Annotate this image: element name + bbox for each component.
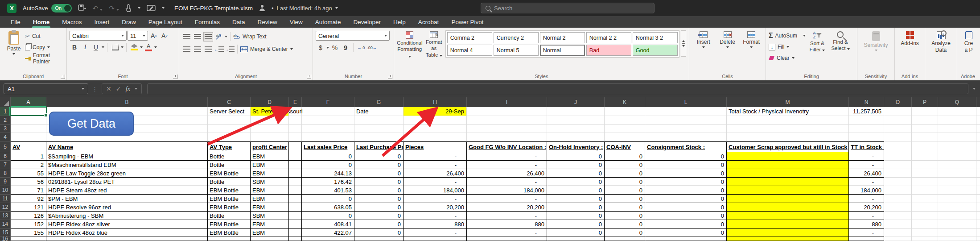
insert-dropdown-icon[interactable]: [702, 46, 705, 48]
decrease-decimal-button[interactable]: .00→: [367, 43, 377, 52]
cell-L11[interactable]: 0: [645, 195, 727, 203]
cell-N3[interactable]: [849, 125, 884, 133]
cell-P5[interactable]: [912, 141, 938, 152]
cell-E4[interactable]: [289, 133, 302, 141]
cell-G14[interactable]: 0: [354, 220, 404, 229]
cell-A10[interactable]: 71: [11, 186, 46, 195]
cell-P2[interactable]: [912, 116, 938, 125]
cut-button[interactable]: ✂ Cut: [25, 31, 64, 41]
cell-P16[interactable]: [912, 237, 938, 241]
cell-G15[interactable]: 0: [354, 229, 404, 237]
cell-B6[interactable]: $Sampling - EBM: [46, 152, 208, 161]
cell-O11[interactable]: [884, 195, 912, 203]
cell-G13[interactable]: 0: [354, 212, 404, 220]
cell-A2[interactable]: [11, 116, 46, 125]
cell-Q9[interactable]: [938, 178, 976, 186]
cell-A3[interactable]: [11, 125, 46, 133]
cell-O2[interactable]: [884, 116, 912, 125]
cell-B14[interactable]: HDPE Ridex 48oz silver: [46, 220, 208, 229]
cell-C15[interactable]: EBM Bottle: [208, 229, 251, 237]
col-header-F[interactable]: F: [302, 97, 354, 107]
cell-A14[interactable]: 152: [11, 220, 46, 229]
cell-x9[interactable]: [976, 178, 980, 186]
cell-I16[interactable]: [467, 237, 547, 241]
fill-button[interactable]: ↓ Fill: [769, 42, 806, 52]
cell-L15[interactable]: 0: [645, 229, 727, 237]
cell-M6[interactable]: [727, 152, 849, 161]
cell-F9[interactable]: 176.42: [302, 178, 354, 186]
cell-G5[interactable]: Last Purchase Price: [354, 141, 404, 152]
cell-J4[interactable]: [547, 133, 605, 141]
cell-K10[interactable]: 0: [605, 186, 645, 195]
increase-decimal-button[interactable]: ←.0: [356, 43, 366, 52]
cell-Q10[interactable]: [938, 186, 976, 195]
align-bottom-button[interactable]: [203, 32, 213, 42]
cell-A6[interactable]: 1: [11, 152, 46, 161]
tab-automate[interactable]: Automate: [309, 16, 347, 28]
style-chip-normal-3-2[interactable]: Normal 3 2: [633, 32, 678, 43]
cell-H3[interactable]: [404, 125, 467, 133]
cell-C3[interactable]: [208, 125, 251, 133]
cell-M2[interactable]: [727, 116, 849, 125]
cell-C16[interactable]: [208, 237, 251, 241]
font-name-select[interactable]: Calibri: [70, 31, 127, 41]
tab-help[interactable]: Help: [387, 16, 412, 28]
cell-C12[interactable]: EBM Bottle: [208, 203, 251, 212]
cell-N16[interactable]: [849, 237, 884, 241]
gallery-up-icon[interactable]: [682, 40, 685, 42]
alignment-dialog-launcher-icon[interactable]: [307, 75, 311, 79]
col-header-L[interactable]: L: [645, 97, 727, 107]
cell-C8[interactable]: EBM Bottle: [208, 169, 251, 178]
cell-K11[interactable]: 0: [605, 195, 645, 203]
cell-D3[interactable]: [251, 125, 289, 133]
clear-button[interactable]: Clear: [769, 53, 806, 63]
cell-I8[interactable]: 26,400: [467, 169, 547, 178]
cell-M8[interactable]: [727, 169, 849, 178]
cell-H11[interactable]: -: [404, 195, 467, 203]
bold-button[interactable]: B: [70, 42, 79, 52]
col-header-M[interactable]: M: [727, 97, 849, 107]
cell-I4[interactable]: [467, 133, 547, 141]
wrap-text-button[interactable]: ab Wrap Text: [233, 32, 267, 42]
cell-L6[interactable]: 0: [645, 152, 727, 161]
cell-P11[interactable]: [912, 195, 938, 203]
cell-I12[interactable]: 20,200: [467, 203, 547, 212]
cell-K5[interactable]: COA-INV: [605, 141, 645, 152]
align-middle-button[interactable]: [193, 32, 202, 42]
cell-N4[interactable]: [849, 133, 884, 141]
cell-K15[interactable]: 0: [605, 229, 645, 237]
cell-C2[interactable]: [208, 116, 251, 125]
cell-E7[interactable]: [289, 161, 302, 169]
cell-O3[interactable]: [884, 125, 912, 133]
percent-style-button[interactable]: %: [330, 43, 340, 52]
format-painter-button[interactable]: Format Painter: [25, 54, 64, 63]
tab-view[interactable]: View: [284, 16, 309, 28]
fill-dropdown-icon[interactable]: [786, 46, 789, 48]
cell-J9[interactable]: 0: [547, 178, 605, 186]
cell-H15[interactable]: -: [404, 229, 467, 237]
cell-G3[interactable]: [354, 125, 404, 133]
cell-E16[interactable]: [289, 237, 302, 241]
cell-C14[interactable]: EBM Bottle: [208, 220, 251, 229]
cell-M12[interactable]: [727, 203, 849, 212]
col-header-K[interactable]: K: [605, 97, 645, 107]
cell-M14[interactable]: [727, 220, 849, 229]
cell-N10[interactable]: 184,000: [849, 186, 884, 195]
cell-D14[interactable]: EBM: [251, 220, 289, 229]
cell-O14[interactable]: [884, 220, 912, 229]
cell-O12[interactable]: [884, 203, 912, 212]
clear-dropdown-icon[interactable]: [792, 57, 795, 59]
cell-x14[interactable]: [976, 220, 980, 229]
cell-x7[interactable]: [976, 161, 980, 169]
cell-P12[interactable]: [912, 203, 938, 212]
cell-G12[interactable]: 0: [354, 203, 404, 212]
tab-review[interactable]: Review: [251, 16, 283, 28]
cell-J3[interactable]: [547, 125, 605, 133]
cell-H8[interactable]: 26,400: [404, 169, 467, 178]
tab-acrobat[interactable]: Acrobat: [412, 16, 445, 28]
cell-Q13[interactable]: [938, 212, 976, 220]
cell-E5[interactable]: [289, 141, 302, 152]
cell-C13[interactable]: Bottle: [208, 212, 251, 220]
row-header-12[interactable]: 12: [0, 203, 11, 212]
align-left-button[interactable]: [182, 45, 192, 54]
